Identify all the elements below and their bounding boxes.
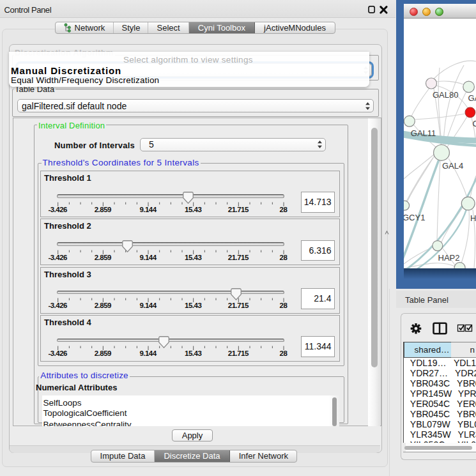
svg-text:H: H <box>470 213 476 223</box>
svg-text:HAP2: HAP2 <box>438 253 460 263</box>
svg-text:C: C <box>473 119 476 128</box>
svg-text:GCY1: GCY1 <box>404 213 425 222</box>
svg-text:GAL4: GAL4 <box>442 161 463 171</box>
svg-text:GAL11: GAL11 <box>411 128 436 138</box>
svg-text:GAL80: GAL80 <box>433 90 458 100</box>
svg-text:GA: GA <box>468 93 476 103</box>
